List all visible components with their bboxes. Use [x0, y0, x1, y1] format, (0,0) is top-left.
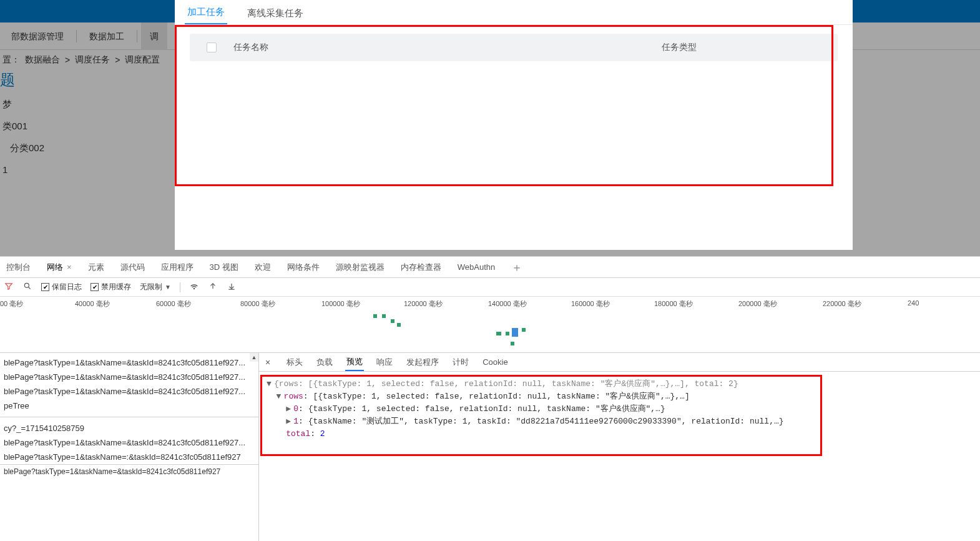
timeline-mark	[522, 328, 526, 332]
disable-cache-checkbox[interactable]: ✔ 禁用缓存	[91, 282, 131, 292]
expand-toggle-icon[interactable]: ▶	[286, 415, 293, 428]
modal-tabs: 加工任务 离线采集任务	[175, 0, 853, 25]
request-item[interactable]: blePage?taskType=1&taskName=&taskId=8241…	[0, 435, 258, 450]
search-icon[interactable]	[22, 282, 32, 292]
request-item[interactable]: blePage?taskType=1&taskName=&taskId=8241…	[0, 370, 258, 384]
wifi-icon[interactable]	[189, 281, 199, 293]
th-task-type: 任务类型	[521, 42, 838, 53]
timeline-tick: 160000 毫秒	[571, 299, 610, 309]
request-item[interactable]: peTree	[0, 399, 258, 413]
tab-offline-collect-tasks[interactable]: 离线采集任务	[245, 2, 306, 24]
select-all-checkbox[interactable]	[207, 42, 217, 52]
request-item[interactable]: cy?_=1715410258759	[0, 421, 258, 435]
checkbox-icon: ✔	[41, 283, 49, 291]
devtools-tab-3dview[interactable]: 3D 视图	[206, 262, 242, 273]
scroll-up-icon[interactable]: ▲	[250, 353, 258, 362]
timeline-tick: 180000 毫秒	[654, 299, 693, 309]
tree-node[interactable]: 分类002	[0, 137, 150, 159]
nav-item-dataproc[interactable]: 数据加工	[81, 22, 133, 50]
devtools-tab-memory[interactable]: 内存检查器	[397, 262, 445, 273]
preview-root[interactable]: ▼{rows: [{taskType: 1, selected: false, …	[267, 378, 973, 390]
timeline-tick: 220000 毫秒	[823, 299, 861, 309]
preview-key-0: 0	[293, 404, 298, 414]
svg-point-2	[194, 288, 194, 289]
request-list: blePage?taskType=1&taskName=&taskId=8241…	[0, 353, 258, 481]
breadcrumb-part[interactable]: 调度任务	[72, 54, 112, 66]
preview-row-1[interactable]: ▶1: {taskName: "测试加工", taskType: 1, task…	[267, 415, 973, 428]
request-item[interactable]: blePage?taskType=1&taskName=:&taskId=824…	[0, 450, 258, 464]
preview-total-value: 2	[320, 429, 325, 439]
devtools-panel: 控制台 网络 × 元素 源代码 应用程序 3D 视图 欢迎 网络条件 源映射监视…	[0, 256, 980, 541]
detail-tab-initiator[interactable]: 发起程序	[405, 354, 440, 370]
expand-toggle-icon[interactable]: ▶	[286, 403, 293, 415]
detail-tab-timing[interactable]: 计时	[451, 354, 470, 370]
request-item[interactable]: blePage?taskType=1&taskName=&taskId=8241…	[0, 355, 258, 370]
tree-node[interactable]: 梦	[0, 94, 150, 116]
devtools-tab-add-icon[interactable]: ＋	[507, 260, 526, 275]
preview-total[interactable]: total: 2	[267, 428, 973, 440]
download-icon[interactable]	[227, 282, 237, 292]
nav-item-datasource[interactable]: 部数据源管理	[2, 22, 72, 50]
timeline-mark	[506, 332, 509, 335]
detail-tab-cookie[interactable]: Cookie	[481, 355, 509, 369]
modal-body: 任务名称 任务类型	[175, 25, 853, 70]
request-list-separator	[0, 417, 258, 417]
upload-icon[interactable]	[208, 282, 218, 292]
detail-tab-response[interactable]: 响应	[375, 354, 394, 370]
devtools-tab-sourcemap[interactable]: 源映射监视器	[332, 262, 388, 273]
devtools-tab-welcome[interactable]: 欢迎	[251, 262, 275, 273]
devtools-tab-application[interactable]: 应用程序	[157, 262, 197, 273]
throttle-value: 无限制	[140, 282, 162, 292]
devtools-tab-webauthn[interactable]: WebAuthn	[454, 262, 499, 272]
nav-divider	[76, 30, 77, 42]
preview-body: ▼{rows: [{taskType: 1, selected: false, …	[259, 372, 980, 447]
breadcrumb-sep: >	[62, 55, 72, 65]
th-task-name: 任务名称	[233, 42, 521, 53]
timeline-tick: 120000 毫秒	[404, 299, 443, 309]
timeline-tick: 200000 毫秒	[738, 299, 777, 309]
expand-toggle-icon[interactable]: ▼	[277, 390, 284, 403]
preview-row-0[interactable]: ▶0: {taskType: 1, selected: false, relat…	[267, 403, 973, 415]
close-icon[interactable]: ×	[67, 262, 72, 272]
timeline-mark	[391, 319, 394, 323]
network-toolbar: ✔ 保留日志 ✔ 禁用缓存 无限制 ▼	[0, 278, 980, 297]
timeline-tick: 140000 毫秒	[488, 299, 527, 309]
throttle-dropdown[interactable]: 无限制 ▼	[140, 282, 171, 293]
request-item[interactable]: blePage?taskType=1&taskName=&taskId=8241…	[0, 464, 258, 479]
devtools-tab-netcond[interactable]: 网络条件	[283, 262, 323, 273]
breadcrumb-part[interactable]: 数据融合	[22, 54, 62, 66]
devtools-tab-elements[interactable]: 元素	[84, 262, 108, 273]
timeline-tick: 80000 毫秒	[240, 299, 275, 309]
tree-node[interactable]: 1	[0, 159, 150, 180]
preview-rows-value: : [{taskType: 1, selected: false, relati…	[303, 392, 690, 401]
devtools-tab-network[interactable]: 网络 ×	[43, 262, 76, 273]
nav-item-schedule[interactable]: 调	[141, 22, 167, 50]
task-modal: 加工任务 离线采集任务 任务名称 任务类型	[175, 0, 853, 250]
timeline-mark	[512, 328, 518, 337]
filter-icon[interactable]	[4, 282, 14, 292]
breadcrumb-sep: >	[112, 55, 122, 65]
tree-node[interactable]: 类001	[0, 116, 150, 137]
timeline-mark	[511, 342, 514, 345]
devtools-tab-console[interactable]: 控制台	[2, 262, 34, 273]
preview-key-1: 1	[293, 417, 298, 426]
disable-cache-label: 禁用缓存	[101, 282, 131, 292]
preview-rows[interactable]: ▼rows: [{taskType: 1, selected: false, r…	[267, 390, 973, 403]
detail-tab-preview[interactable]: 预览	[345, 354, 364, 371]
detail-tab-payload[interactable]: 负载	[315, 354, 334, 370]
preview-total-sep: :	[310, 429, 320, 439]
network-timeline[interactable]: 00 毫秒 40000 毫秒 60000 毫秒 80000 毫秒 100000 …	[0, 297, 980, 353]
detail-tab-headers[interactable]: 标头	[285, 354, 304, 370]
close-icon[interactable]: ×	[265, 357, 274, 367]
detail-tabs: × 标头 负载 预览 响应 发起程序 计时 Cookie	[259, 353, 980, 372]
preserve-log-checkbox[interactable]: ✔ 保留日志	[41, 282, 82, 292]
timeline-tick: 100000 毫秒	[321, 299, 360, 309]
preserve-log-label: 保留日志	[52, 282, 82, 292]
tab-processing-tasks[interactable]: 加工任务	[185, 1, 227, 24]
preview-key-rows: rows	[284, 392, 303, 401]
request-detail-panel: × 标头 负载 预览 响应 发起程序 计时 Cookie ▼{rows: [{t…	[259, 353, 980, 541]
expand-toggle-icon[interactable]: ▼	[267, 378, 274, 390]
task-table-header: 任务名称 任务类型	[190, 34, 838, 61]
devtools-tab-sources[interactable]: 源代码	[117, 262, 149, 273]
request-item[interactable]: blePage?taskType=1&taskName=&taskId=8241…	[0, 384, 258, 399]
